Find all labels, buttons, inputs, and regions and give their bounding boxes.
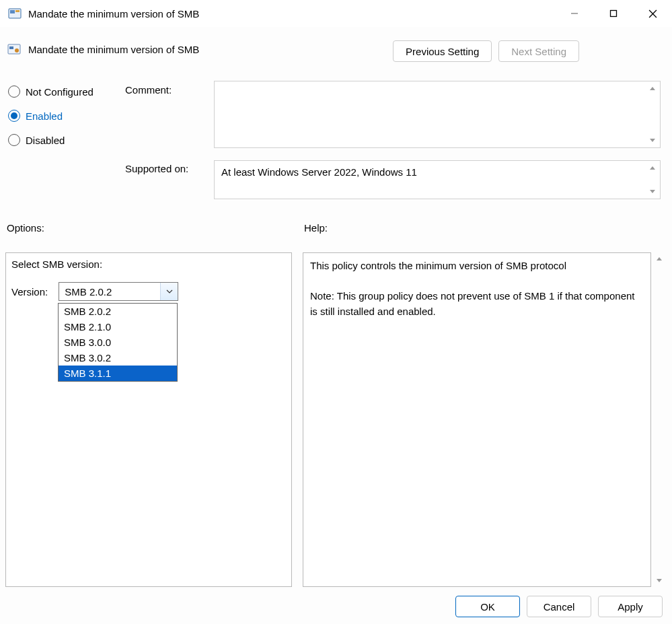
svg-rect-2: [15, 10, 20, 12]
radio-label: Not Configured: [26, 86, 94, 98]
version-dropdown-list[interactable]: SMB 2.0.2SMB 2.1.0SMB 3.0.0SMB 3.0.2SMB …: [58, 303, 178, 382]
policy-icon: [7, 42, 22, 57]
version-selected-value: SMB 2.0.2: [59, 286, 160, 298]
svg-point-9: [15, 48, 19, 53]
dropdown-item[interactable]: SMB 3.0.2: [59, 350, 177, 366]
next-setting-button[interactable]: Next Setting: [498, 40, 579, 62]
title-bar: Mandate the minimum version of SMB: [0, 0, 672, 27]
help-text-line: Note: This group policy does not prevent…: [310, 289, 644, 319]
scroll-up-icon[interactable]: [652, 252, 666, 266]
radio-label: Disabled: [26, 135, 65, 146]
select-smb-version-label: Select SMB version:: [11, 258, 286, 270]
svg-rect-8: [9, 46, 13, 49]
scroll-down-icon[interactable]: [646, 134, 659, 146]
dropdown-item[interactable]: SMB 3.1.1: [59, 366, 177, 381]
radio-label: Enabled: [26, 110, 63, 122]
scroll-down-icon[interactable]: [652, 574, 666, 587]
supported-on-field: At least Windows Server 2022, Windows 11: [214, 160, 661, 199]
scroll-up-icon[interactable]: [646, 83, 659, 95]
close-button[interactable]: [633, 0, 672, 27]
help-panel: This policy controls the minimum version…: [303, 252, 651, 587]
dropdown-item[interactable]: SMB 2.1.0: [59, 319, 177, 335]
supported-on-value: At least Windows Server 2022, Windows 11: [221, 166, 417, 178]
version-label: Version:: [11, 286, 48, 298]
radio-disabled[interactable]: Disabled: [8, 134, 94, 146]
radio-icon: [8, 110, 20, 122]
previous-setting-button[interactable]: Previous Setting: [393, 40, 492, 62]
scroll-up-icon[interactable]: [646, 162, 659, 174]
cancel-button[interactable]: Cancel: [527, 596, 591, 617]
svg-rect-1: [10, 10, 15, 13]
version-combobox[interactable]: SMB 2.0.2: [59, 282, 178, 301]
radio-icon: [8, 85, 20, 98]
maximize-button[interactable]: [594, 0, 633, 27]
radio-icon: [8, 134, 20, 146]
scroll-down-icon[interactable]: [646, 185, 659, 197]
comment-label: Comment:: [125, 84, 206, 104]
minimize-button[interactable]: [555, 0, 594, 27]
policy-title: Mandate the minimum version of SMB: [28, 44, 199, 55]
help-text-line: This policy controls the minimum version…: [310, 258, 644, 274]
app-icon: [8, 7, 22, 20]
chevron-down-icon[interactable]: [160, 283, 178, 300]
radio-not-configured[interactable]: Not Configured: [8, 85, 94, 98]
radio-enabled[interactable]: Enabled: [8, 110, 94, 122]
help-section-label: Help:: [304, 222, 328, 234]
dropdown-item[interactable]: SMB 3.0.0: [59, 335, 177, 350]
svg-rect-4: [611, 11, 617, 17]
window-title: Mandate the minimum version of SMB: [28, 8, 199, 20]
dropdown-item[interactable]: SMB 2.0.2: [59, 304, 177, 319]
apply-button[interactable]: Apply: [598, 596, 663, 617]
comment-textarea[interactable]: [214, 81, 661, 148]
supported-on-label: Supported on:: [125, 163, 188, 183]
options-section-label: Options:: [7, 222, 44, 234]
ok-button[interactable]: OK: [455, 596, 520, 617]
